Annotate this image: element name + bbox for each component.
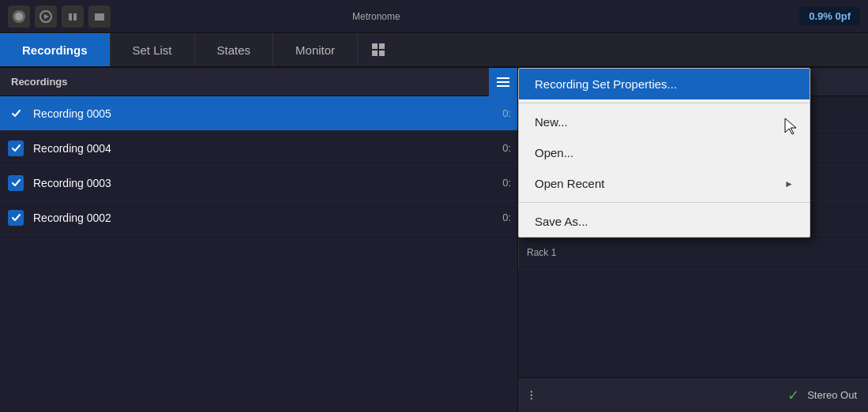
menu-item-open[interactable]: Open... <box>519 137 810 168</box>
recordings-menu-button[interactable] <box>489 68 517 96</box>
recording-name-0004: Recording 0004 <box>33 142 502 155</box>
toolbar-icon-3[interactable] <box>62 6 84 28</box>
tab-states[interactable]: States <box>195 33 274 66</box>
checkbox-0002[interactable] <box>8 210 24 226</box>
col-header: Recordings <box>0 68 517 96</box>
bottom-dots-icon: ⁝ <box>529 387 535 404</box>
menu-divider-2 <box>519 202 810 203</box>
tab-grid-icon[interactable] <box>358 33 399 66</box>
toolbar-icon-4[interactable] <box>88 6 111 28</box>
checkmark-icon: ✓ <box>787 387 799 404</box>
checkbox-0003[interactable] <box>8 175 24 191</box>
table-row[interactable]: Recording 0004 0: <box>0 131 517 166</box>
context-menu: Recording Set Properties... New... Open.… <box>518 68 810 238</box>
bottom-strip: ⁝ ✓ Stereo Out <box>518 377 868 412</box>
recording-name-0003: Recording 0003 <box>33 177 502 189</box>
hamburger-icon <box>497 77 509 87</box>
svg-point-1 <box>15 13 23 21</box>
svg-rect-8 <box>379 43 385 49</box>
table-row[interactable]: Recording 0003 0: <box>0 166 517 200</box>
svg-rect-10 <box>379 51 385 56</box>
recording-time-0004: 0: <box>502 142 517 154</box>
checkbox-0005[interactable] <box>8 106 24 122</box>
stereo-out-label: Stereo Out <box>807 389 857 401</box>
right-row-rack: Rack 1 <box>518 235 868 270</box>
tab-monitor[interactable]: Monitor <box>273 33 358 66</box>
rack-label: Rack 1 <box>527 247 556 258</box>
toolbar-icons: Metronome <box>8 6 799 28</box>
metronome-label: Metronome <box>352 11 400 22</box>
table-row[interactable]: Recording 0005 0: <box>0 96 517 131</box>
tab-set-list[interactable]: Set List <box>111 33 195 66</box>
svg-rect-5 <box>73 13 77 21</box>
toolbar-icon-1[interactable] <box>8 6 30 28</box>
recording-time-0003: 0: <box>502 177 517 189</box>
svg-rect-4 <box>69 13 72 21</box>
toolbar-icon-2[interactable] <box>35 6 57 28</box>
top-toolbar: Metronome 0.9% 0pf <box>0 0 868 33</box>
recording-name-0005: Recording 0005 <box>33 107 502 120</box>
table-row[interactable]: Recording 0002 0: <box>0 200 517 235</box>
tab-recordings[interactable]: Recordings <box>0 33 111 66</box>
menu-item-save-as[interactable]: Save As... <box>519 206 810 237</box>
svg-rect-7 <box>372 43 378 49</box>
perf-badge: 0.9% 0pf <box>799 7 860 25</box>
recording-time-0002: 0: <box>502 212 517 223</box>
checkbox-0004[interactable] <box>8 140 24 156</box>
menu-item-recording-set-properties[interactable]: Recording Set Properties... <box>519 69 810 99</box>
svg-marker-3 <box>44 14 49 19</box>
tab-bar: Recordings Set List States Monitor <box>0 33 868 68</box>
menu-divider-1 <box>519 103 810 103</box>
recording-list: Recording 0005 0: Recording 0004 0: Reco… <box>0 96 517 412</box>
menu-item-new[interactable]: New... <box>519 107 810 137</box>
submenu-arrow-icon: ► <box>784 178 794 189</box>
recording-time-0005: 0: <box>502 107 517 119</box>
recordings-col-label: Recordings <box>0 76 489 88</box>
svg-rect-9 <box>372 51 378 56</box>
svg-rect-6 <box>95 13 104 21</box>
recording-name-0002: Recording 0002 <box>33 212 502 224</box>
menu-item-open-recent[interactable]: Open Recent ► <box>519 168 810 199</box>
recordings-panel: Recordings Recording 0005 0: <box>0 68 518 412</box>
